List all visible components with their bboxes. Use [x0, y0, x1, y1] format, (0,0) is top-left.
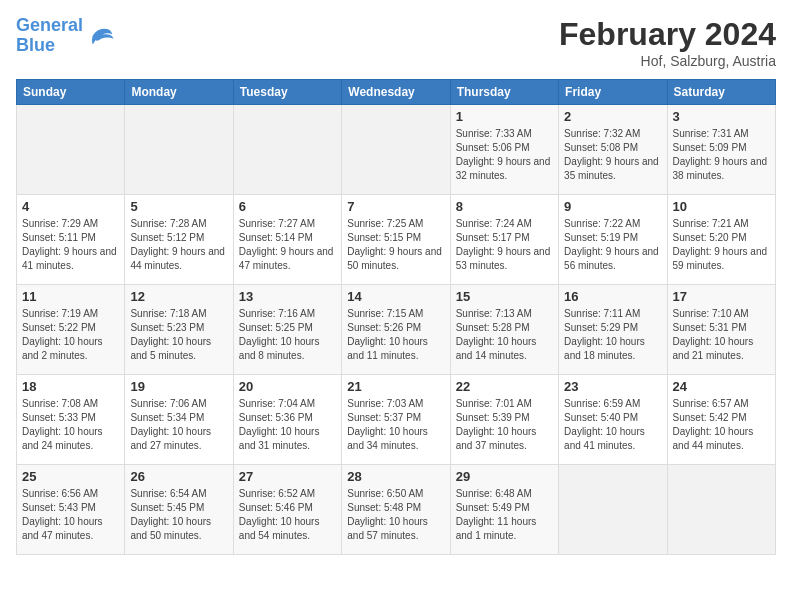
column-header-wednesday: Wednesday [342, 80, 450, 105]
day-number: 19 [130, 379, 227, 394]
day-number: 14 [347, 289, 444, 304]
logo-line1: General [16, 15, 83, 35]
day-number: 18 [22, 379, 119, 394]
calendar-cell: 22Sunrise: 7:01 AMSunset: 5:39 PMDayligh… [450, 375, 558, 465]
calendar-cell: 17Sunrise: 7:10 AMSunset: 5:31 PMDayligh… [667, 285, 775, 375]
calendar-cell [125, 105, 233, 195]
day-info: Sunrise: 7:27 AMSunset: 5:14 PMDaylight:… [239, 217, 336, 273]
day-number: 11 [22, 289, 119, 304]
day-info: Sunrise: 7:11 AMSunset: 5:29 PMDaylight:… [564, 307, 661, 363]
calendar-cell: 15Sunrise: 7:13 AMSunset: 5:28 PMDayligh… [450, 285, 558, 375]
calendar-cell: 26Sunrise: 6:54 AMSunset: 5:45 PMDayligh… [125, 465, 233, 555]
day-info: Sunrise: 7:10 AMSunset: 5:31 PMDaylight:… [673, 307, 770, 363]
day-info: Sunrise: 6:59 AMSunset: 5:40 PMDaylight:… [564, 397, 661, 453]
logo: General Blue [16, 16, 115, 56]
day-number: 28 [347, 469, 444, 484]
day-info: Sunrise: 7:22 AMSunset: 5:19 PMDaylight:… [564, 217, 661, 273]
logo-text: General Blue [16, 16, 83, 56]
day-info: Sunrise: 6:50 AMSunset: 5:48 PMDaylight:… [347, 487, 444, 543]
month-year-title: February 2024 [559, 16, 776, 53]
day-info: Sunrise: 6:48 AMSunset: 5:49 PMDaylight:… [456, 487, 553, 543]
day-number: 5 [130, 199, 227, 214]
day-info: Sunrise: 7:25 AMSunset: 5:15 PMDaylight:… [347, 217, 444, 273]
day-info: Sunrise: 7:32 AMSunset: 5:08 PMDaylight:… [564, 127, 661, 183]
day-number: 10 [673, 199, 770, 214]
calendar-cell: 8Sunrise: 7:24 AMSunset: 5:17 PMDaylight… [450, 195, 558, 285]
day-number: 24 [673, 379, 770, 394]
day-number: 6 [239, 199, 336, 214]
day-number: 7 [347, 199, 444, 214]
calendar-cell: 1Sunrise: 7:33 AMSunset: 5:06 PMDaylight… [450, 105, 558, 195]
day-info: Sunrise: 7:29 AMSunset: 5:11 PMDaylight:… [22, 217, 119, 273]
day-info: Sunrise: 7:28 AMSunset: 5:12 PMDaylight:… [130, 217, 227, 273]
calendar-cell: 12Sunrise: 7:18 AMSunset: 5:23 PMDayligh… [125, 285, 233, 375]
day-number: 15 [456, 289, 553, 304]
calendar-cell: 7Sunrise: 7:25 AMSunset: 5:15 PMDaylight… [342, 195, 450, 285]
day-info: Sunrise: 7:21 AMSunset: 5:20 PMDaylight:… [673, 217, 770, 273]
day-info: Sunrise: 7:19 AMSunset: 5:22 PMDaylight:… [22, 307, 119, 363]
day-info: Sunrise: 6:52 AMSunset: 5:46 PMDaylight:… [239, 487, 336, 543]
day-number: 27 [239, 469, 336, 484]
day-number: 2 [564, 109, 661, 124]
day-info: Sunrise: 7:04 AMSunset: 5:36 PMDaylight:… [239, 397, 336, 453]
calendar-week-row: 11Sunrise: 7:19 AMSunset: 5:22 PMDayligh… [17, 285, 776, 375]
column-header-saturday: Saturday [667, 80, 775, 105]
calendar-cell: 14Sunrise: 7:15 AMSunset: 5:26 PMDayligh… [342, 285, 450, 375]
calendar-cell: 4Sunrise: 7:29 AMSunset: 5:11 PMDaylight… [17, 195, 125, 285]
calendar-week-row: 25Sunrise: 6:56 AMSunset: 5:43 PMDayligh… [17, 465, 776, 555]
day-number: 13 [239, 289, 336, 304]
day-info: Sunrise: 6:57 AMSunset: 5:42 PMDaylight:… [673, 397, 770, 453]
day-number: 26 [130, 469, 227, 484]
day-number: 16 [564, 289, 661, 304]
calendar-cell: 11Sunrise: 7:19 AMSunset: 5:22 PMDayligh… [17, 285, 125, 375]
day-info: Sunrise: 7:18 AMSunset: 5:23 PMDaylight:… [130, 307, 227, 363]
calendar-cell: 24Sunrise: 6:57 AMSunset: 5:42 PMDayligh… [667, 375, 775, 465]
day-number: 29 [456, 469, 553, 484]
day-info: Sunrise: 7:16 AMSunset: 5:25 PMDaylight:… [239, 307, 336, 363]
calendar-cell: 13Sunrise: 7:16 AMSunset: 5:25 PMDayligh… [233, 285, 341, 375]
calendar-cell: 16Sunrise: 7:11 AMSunset: 5:29 PMDayligh… [559, 285, 667, 375]
day-info: Sunrise: 7:03 AMSunset: 5:37 PMDaylight:… [347, 397, 444, 453]
calendar-cell: 3Sunrise: 7:31 AMSunset: 5:09 PMDaylight… [667, 105, 775, 195]
calendar-cell [17, 105, 125, 195]
column-header-tuesday: Tuesday [233, 80, 341, 105]
calendar-week-row: 4Sunrise: 7:29 AMSunset: 5:11 PMDaylight… [17, 195, 776, 285]
calendar-cell: 23Sunrise: 6:59 AMSunset: 5:40 PMDayligh… [559, 375, 667, 465]
calendar-table: SundayMondayTuesdayWednesdayThursdayFrid… [16, 79, 776, 555]
column-header-monday: Monday [125, 80, 233, 105]
calendar-cell: 29Sunrise: 6:48 AMSunset: 5:49 PMDayligh… [450, 465, 558, 555]
calendar-cell [342, 105, 450, 195]
calendar-week-row: 1Sunrise: 7:33 AMSunset: 5:06 PMDaylight… [17, 105, 776, 195]
day-number: 21 [347, 379, 444, 394]
day-info: Sunrise: 7:31 AMSunset: 5:09 PMDaylight:… [673, 127, 770, 183]
day-info: Sunrise: 7:33 AMSunset: 5:06 PMDaylight:… [456, 127, 553, 183]
calendar-cell: 9Sunrise: 7:22 AMSunset: 5:19 PMDaylight… [559, 195, 667, 285]
day-info: Sunrise: 7:08 AMSunset: 5:33 PMDaylight:… [22, 397, 119, 453]
calendar-cell [667, 465, 775, 555]
page-header: General Blue February 2024 Hof, Salzburg… [16, 16, 776, 69]
calendar-cell: 10Sunrise: 7:21 AMSunset: 5:20 PMDayligh… [667, 195, 775, 285]
logo-bird-icon [87, 22, 115, 50]
calendar-cell: 27Sunrise: 6:52 AMSunset: 5:46 PMDayligh… [233, 465, 341, 555]
calendar-cell: 28Sunrise: 6:50 AMSunset: 5:48 PMDayligh… [342, 465, 450, 555]
calendar-cell: 19Sunrise: 7:06 AMSunset: 5:34 PMDayligh… [125, 375, 233, 465]
location-subtitle: Hof, Salzburg, Austria [559, 53, 776, 69]
calendar-cell: 20Sunrise: 7:04 AMSunset: 5:36 PMDayligh… [233, 375, 341, 465]
logo-line2: Blue [16, 35, 55, 55]
day-info: Sunrise: 6:56 AMSunset: 5:43 PMDaylight:… [22, 487, 119, 543]
calendar-cell: 5Sunrise: 7:28 AMSunset: 5:12 PMDaylight… [125, 195, 233, 285]
day-info: Sunrise: 6:54 AMSunset: 5:45 PMDaylight:… [130, 487, 227, 543]
calendar-cell: 6Sunrise: 7:27 AMSunset: 5:14 PMDaylight… [233, 195, 341, 285]
day-info: Sunrise: 7:24 AMSunset: 5:17 PMDaylight:… [456, 217, 553, 273]
calendar-week-row: 18Sunrise: 7:08 AMSunset: 5:33 PMDayligh… [17, 375, 776, 465]
calendar-cell [559, 465, 667, 555]
calendar-cell [233, 105, 341, 195]
column-header-friday: Friday [559, 80, 667, 105]
day-number: 8 [456, 199, 553, 214]
column-header-thursday: Thursday [450, 80, 558, 105]
calendar-cell: 18Sunrise: 7:08 AMSunset: 5:33 PMDayligh… [17, 375, 125, 465]
day-number: 20 [239, 379, 336, 394]
day-number: 3 [673, 109, 770, 124]
day-number: 12 [130, 289, 227, 304]
day-number: 9 [564, 199, 661, 214]
